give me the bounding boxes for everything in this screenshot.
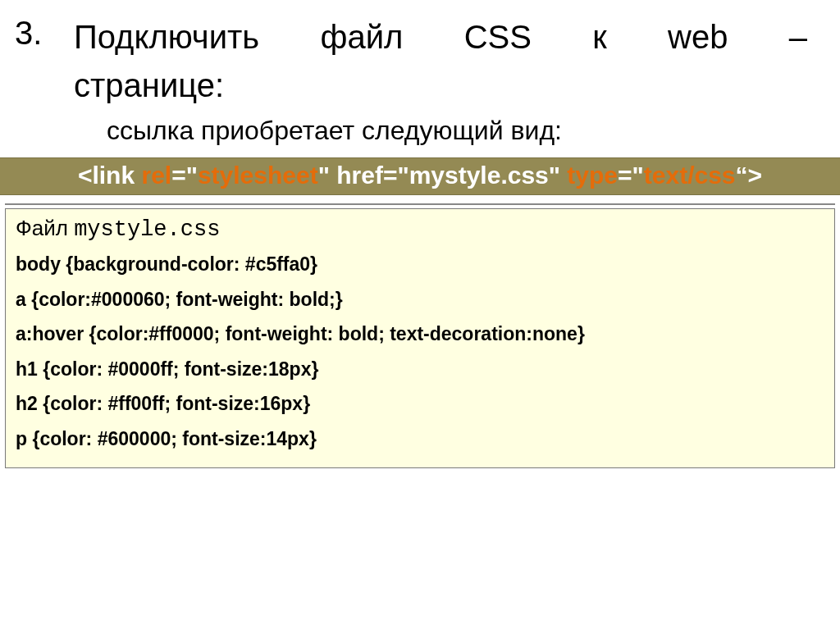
link-rel-key: rel xyxy=(141,162,171,189)
css-line: body {background-color: #c5ffa0} xyxy=(16,247,824,282)
code-box-wrap: Файл mystyle.css body {background-color:… xyxy=(5,203,835,468)
css-line: a:hover {color:#ff0000; font-weight: bol… xyxy=(16,317,824,352)
link-type-key: type xyxy=(567,162,618,189)
link-part-eq1: =" xyxy=(171,162,198,189)
list-number: 3. xyxy=(15,15,42,52)
slide-content: 3. Подключить файл CSS к web – странице:… xyxy=(0,0,840,468)
css-line: p {color: #600000; font-size:14px} xyxy=(16,422,824,457)
file-header: Файл mystyle.css xyxy=(16,216,824,242)
file-name: mystyle.css xyxy=(74,217,220,242)
css-line: h1 {color: #0000ff; font-size:18px} xyxy=(16,352,824,387)
link-tag-bar: <link rel="stylesheet" href="mystyle.css… xyxy=(0,157,840,195)
link-part-close: “> xyxy=(736,162,763,189)
code-box: Файл mystyle.css body {background-color:… xyxy=(5,208,835,468)
css-line: a {color:#000060; font-weight: bold;} xyxy=(16,282,824,317)
link-part-eq2: =" xyxy=(618,162,644,189)
link-type-value: text/css xyxy=(644,162,736,189)
heading-line-1: Подключить файл CSS к web – xyxy=(74,15,807,59)
link-part-href: " href="mystyle.css" xyxy=(318,162,568,189)
heading-line-2: странице: xyxy=(74,67,807,104)
link-rel-value: stylesheet xyxy=(198,162,318,189)
file-label: Файл xyxy=(16,216,74,240)
css-line: h2 {color: #ff00ff; font-size:16px} xyxy=(16,386,824,422)
subtext: ссылка приобретает следующий вид: xyxy=(107,116,807,146)
link-part-open: <link xyxy=(78,162,142,189)
